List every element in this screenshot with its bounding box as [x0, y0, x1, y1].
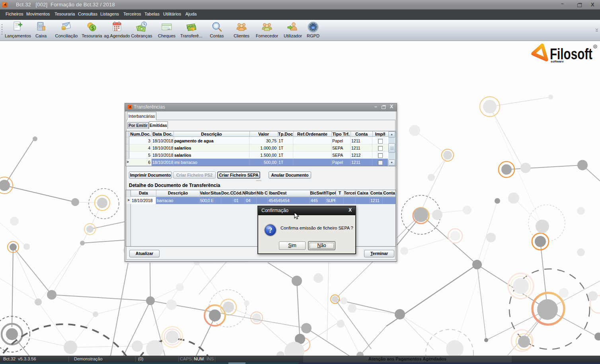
- svg-text:R: R: [594, 45, 596, 48]
- svg-text:$: $: [91, 25, 94, 31]
- svg-text:?: ?: [269, 226, 273, 234]
- svg-text:software: software: [551, 60, 564, 63]
